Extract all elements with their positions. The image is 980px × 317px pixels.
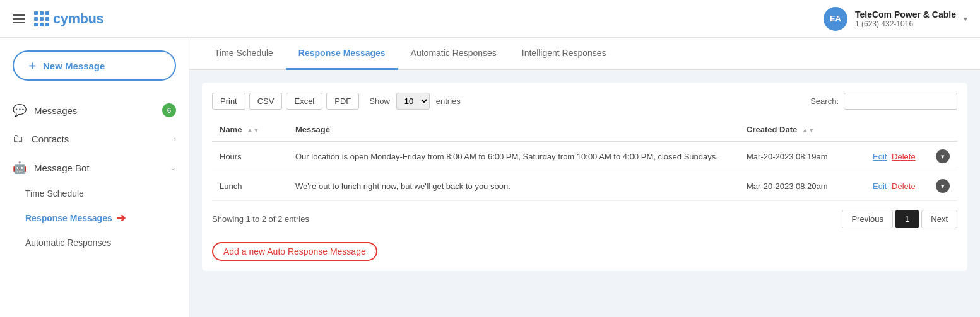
tab-automatic-responses[interactable]: Automatic Responses bbox=[398, 38, 509, 70]
pdf-button[interactable]: PDF bbox=[326, 93, 359, 110]
sidebar-item-time-schedule[interactable]: Time Schedule bbox=[0, 182, 189, 205]
sidebar-label-message-bot: Message Bot bbox=[34, 163, 170, 173]
cell-actions: Edit Delete bbox=[865, 141, 928, 171]
previous-button[interactable]: Previous bbox=[842, 210, 893, 228]
cell-message: We're out to lunch right now, but we'll … bbox=[288, 171, 739, 201]
table-area: Print CSV Excel PDF Show 10 25 50 entrie… bbox=[202, 83, 967, 271]
tab-response-messages[interactable]: Response Messages bbox=[286, 38, 398, 70]
table-row: Lunch We're out to lunch right now, but … bbox=[212, 171, 957, 201]
avatar: EA bbox=[824, 7, 847, 31]
showing-text: Showing 1 to 2 of 2 entries bbox=[212, 214, 309, 224]
messages-badge: 6 bbox=[162, 103, 176, 117]
sidebar-item-messages[interactable]: 💬 Messages 6 bbox=[0, 96, 189, 125]
response-messages-label: Response Messages bbox=[25, 213, 112, 223]
cell-date: Mar-20-2023 08:19am bbox=[739, 141, 865, 171]
entries-label: entries bbox=[436, 96, 461, 106]
company-dropdown-icon[interactable]: ▾ bbox=[964, 14, 967, 23]
sidebar-item-message-bot[interactable]: 🤖 Message Bot ⌄ bbox=[0, 153, 189, 182]
cell-icon: ▾ bbox=[928, 141, 957, 171]
cell-message: Our location is open Monday-Friday from … bbox=[288, 141, 739, 171]
contacts-icon: 🗂 bbox=[13, 132, 24, 146]
row-expand-icon[interactable]: ▾ bbox=[936, 149, 950, 163]
excel-button[interactable]: Excel bbox=[286, 93, 322, 110]
contacts-chevron-icon: › bbox=[174, 135, 176, 144]
cell-date: Mar-20-2023 08:20am bbox=[739, 171, 865, 201]
automatic-responses-label: Automatic Responses bbox=[25, 238, 111, 248]
show-label: Show bbox=[369, 96, 390, 106]
cell-name: Lunch bbox=[212, 171, 288, 201]
row-expand-icon[interactable]: ▾ bbox=[936, 179, 950, 193]
active-arrow-icon: ➔ bbox=[116, 211, 126, 225]
add-new-link[interactable]: Add a new Auto Response Message bbox=[212, 242, 377, 261]
edit-link[interactable]: Edit bbox=[873, 152, 887, 161]
cell-actions: Edit Delete bbox=[865, 171, 928, 201]
page-1-button[interactable]: 1 bbox=[895, 210, 919, 228]
cell-icon: ▾ bbox=[928, 171, 957, 201]
company-phone: 1 (623) 432-1016 bbox=[855, 20, 956, 28]
logo: cymbus bbox=[34, 11, 103, 27]
header-right: EA TeleCom Power & Cable 1 (623) 432-101… bbox=[824, 7, 967, 31]
company-info: TeleCom Power & Cable 1 (623) 432-1016 bbox=[855, 9, 956, 28]
csv-button[interactable]: CSV bbox=[249, 93, 283, 110]
date-sort-icon: ▲▼ bbox=[802, 127, 815, 134]
new-message-button[interactable]: ＋ New Message bbox=[13, 50, 176, 81]
search-input[interactable] bbox=[844, 93, 957, 110]
cell-name: Hours bbox=[212, 141, 288, 171]
col-name[interactable]: Name ▲▼ bbox=[212, 118, 288, 141]
tab-intelligent-responses[interactable]: Intelligent Responses bbox=[509, 38, 619, 70]
sidebar-item-automatic-responses[interactable]: Automatic Responses bbox=[0, 231, 189, 254]
sidebar-item-contacts[interactable]: 🗂 Contacts › bbox=[0, 125, 189, 153]
messages-icon: 💬 bbox=[13, 103, 27, 117]
search-label: Search: bbox=[810, 96, 839, 106]
add-new-container: Add a new Auto Response Message bbox=[212, 234, 957, 261]
data-table: Name ▲▼ Message Created Date ▲▼ bbox=[212, 118, 957, 201]
message-bot-icon: 🤖 bbox=[13, 161, 27, 175]
pagination: Previous 1 Next bbox=[842, 210, 957, 228]
next-button[interactable]: Next bbox=[921, 210, 957, 228]
col-action-icon bbox=[928, 118, 957, 141]
toolbar: Print CSV Excel PDF Show 10 25 50 entrie… bbox=[212, 93, 957, 110]
delete-link[interactable]: Delete bbox=[892, 182, 916, 191]
sidebar-label-contacts: Contacts bbox=[32, 134, 174, 144]
edit-link[interactable]: Edit bbox=[873, 182, 887, 191]
col-message: Message bbox=[288, 118, 739, 141]
tab-time-schedule[interactable]: Time Schedule bbox=[202, 38, 286, 70]
sidebar-label-messages: Messages bbox=[34, 105, 162, 116]
sidebar-item-response-messages[interactable]: Response Messages ➔ bbox=[0, 205, 189, 231]
logo-dots-icon bbox=[34, 11, 49, 26]
entries-select[interactable]: 10 25 50 bbox=[396, 93, 430, 110]
col-actions bbox=[865, 118, 928, 141]
time-schedule-label: Time Schedule bbox=[25, 188, 84, 199]
tabs-bar: Time Schedule Response Messages Automati… bbox=[189, 38, 980, 70]
col-created-date[interactable]: Created Date ▲▼ bbox=[739, 118, 865, 141]
logo-text: cymbus bbox=[53, 11, 103, 27]
table-footer: Showing 1 to 2 of 2 entries Previous 1 N… bbox=[212, 210, 957, 228]
name-sort-icon: ▲▼ bbox=[247, 127, 259, 134]
plus-icon: ＋ bbox=[27, 58, 38, 73]
print-button[interactable]: Print bbox=[212, 93, 245, 110]
search-area: Search: bbox=[810, 93, 957, 110]
company-name: TeleCom Power & Cable bbox=[855, 9, 956, 20]
table-row: Hours Our location is open Monday-Friday… bbox=[212, 141, 957, 171]
delete-link[interactable]: Delete bbox=[892, 152, 916, 161]
sidebar: ＋ New Message 💬 Messages 6 🗂 Contacts › … bbox=[0, 38, 189, 317]
new-message-label: New Message bbox=[43, 61, 105, 71]
menu-icon[interactable] bbox=[13, 14, 25, 23]
message-bot-chevron-icon: ⌄ bbox=[170, 163, 176, 172]
main-content: Time Schedule Response Messages Automati… bbox=[189, 38, 980, 317]
